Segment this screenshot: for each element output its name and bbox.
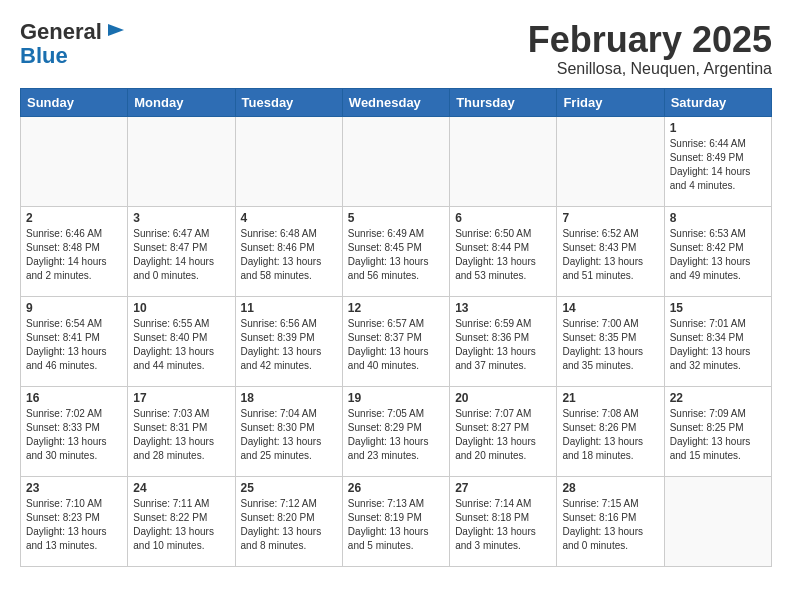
day-info: Sunrise: 7:13 AM Sunset: 8:19 PM Dayligh… <box>348 497 444 553</box>
day-number: 19 <box>348 391 444 405</box>
day-info: Sunrise: 6:48 AM Sunset: 8:46 PM Dayligh… <box>241 227 337 283</box>
day-info: Sunrise: 6:54 AM Sunset: 8:41 PM Dayligh… <box>26 317 122 373</box>
day-info: Sunrise: 6:44 AM Sunset: 8:49 PM Dayligh… <box>670 137 766 193</box>
calendar-week-1: 1Sunrise: 6:44 AM Sunset: 8:49 PM Daylig… <box>21 116 772 206</box>
day-number: 20 <box>455 391 551 405</box>
logo-general-text: General <box>20 20 102 44</box>
calendar-cell: 17Sunrise: 7:03 AM Sunset: 8:31 PM Dayli… <box>128 386 235 476</box>
day-number: 13 <box>455 301 551 315</box>
day-number: 1 <box>670 121 766 135</box>
calendar-cell: 21Sunrise: 7:08 AM Sunset: 8:26 PM Dayli… <box>557 386 664 476</box>
weekday-header-sunday: Sunday <box>21 88 128 116</box>
calendar-cell <box>21 116 128 206</box>
weekday-header-friday: Friday <box>557 88 664 116</box>
day-info: Sunrise: 7:03 AM Sunset: 8:31 PM Dayligh… <box>133 407 229 463</box>
day-info: Sunrise: 7:02 AM Sunset: 8:33 PM Dayligh… <box>26 407 122 463</box>
calendar-table: SundayMondayTuesdayWednesdayThursdayFrid… <box>20 88 772 567</box>
title-block: February 2025 Senillosa, Neuquen, Argent… <box>528 20 772 78</box>
day-number: 23 <box>26 481 122 495</box>
day-number: 25 <box>241 481 337 495</box>
weekday-header-wednesday: Wednesday <box>342 88 449 116</box>
day-number: 21 <box>562 391 658 405</box>
day-number: 7 <box>562 211 658 225</box>
day-number: 11 <box>241 301 337 315</box>
calendar-cell <box>128 116 235 206</box>
calendar-cell: 13Sunrise: 6:59 AM Sunset: 8:36 PM Dayli… <box>450 296 557 386</box>
calendar-cell: 16Sunrise: 7:02 AM Sunset: 8:33 PM Dayli… <box>21 386 128 476</box>
calendar-cell: 9Sunrise: 6:54 AM Sunset: 8:41 PM Daylig… <box>21 296 128 386</box>
calendar-cell: 20Sunrise: 7:07 AM Sunset: 8:27 PM Dayli… <box>450 386 557 476</box>
day-number: 16 <box>26 391 122 405</box>
calendar-cell <box>235 116 342 206</box>
day-info: Sunrise: 7:10 AM Sunset: 8:23 PM Dayligh… <box>26 497 122 553</box>
day-info: Sunrise: 6:59 AM Sunset: 8:36 PM Dayligh… <box>455 317 551 373</box>
day-number: 10 <box>133 301 229 315</box>
calendar-cell: 23Sunrise: 7:10 AM Sunset: 8:23 PM Dayli… <box>21 476 128 566</box>
calendar-cell: 14Sunrise: 7:00 AM Sunset: 8:35 PM Dayli… <box>557 296 664 386</box>
calendar-cell: 5Sunrise: 6:49 AM Sunset: 8:45 PM Daylig… <box>342 206 449 296</box>
calendar-cell: 25Sunrise: 7:12 AM Sunset: 8:20 PM Dayli… <box>235 476 342 566</box>
calendar-cell <box>557 116 664 206</box>
weekday-header-thursday: Thursday <box>450 88 557 116</box>
calendar-cell: 28Sunrise: 7:15 AM Sunset: 8:16 PM Dayli… <box>557 476 664 566</box>
calendar-cell: 10Sunrise: 6:55 AM Sunset: 8:40 PM Dayli… <box>128 296 235 386</box>
day-number: 27 <box>455 481 551 495</box>
calendar-cell: 3Sunrise: 6:47 AM Sunset: 8:47 PM Daylig… <box>128 206 235 296</box>
day-info: Sunrise: 6:52 AM Sunset: 8:43 PM Dayligh… <box>562 227 658 283</box>
day-info: Sunrise: 7:08 AM Sunset: 8:26 PM Dayligh… <box>562 407 658 463</box>
day-info: Sunrise: 7:00 AM Sunset: 8:35 PM Dayligh… <box>562 317 658 373</box>
page-header: General Blue February 2025 Senillosa, Ne… <box>20 20 772 78</box>
calendar-cell <box>450 116 557 206</box>
day-number: 12 <box>348 301 444 315</box>
calendar-cell <box>664 476 771 566</box>
logo-blue-text: Blue <box>20 44 128 68</box>
weekday-header-saturday: Saturday <box>664 88 771 116</box>
calendar-cell: 11Sunrise: 6:56 AM Sunset: 8:39 PM Dayli… <box>235 296 342 386</box>
calendar-cell: 12Sunrise: 6:57 AM Sunset: 8:37 PM Dayli… <box>342 296 449 386</box>
calendar-body: 1Sunrise: 6:44 AM Sunset: 8:49 PM Daylig… <box>21 116 772 566</box>
calendar-cell: 15Sunrise: 7:01 AM Sunset: 8:34 PM Dayli… <box>664 296 771 386</box>
calendar-cell <box>342 116 449 206</box>
day-info: Sunrise: 7:15 AM Sunset: 8:16 PM Dayligh… <box>562 497 658 553</box>
day-number: 22 <box>670 391 766 405</box>
calendar-cell: 1Sunrise: 6:44 AM Sunset: 8:49 PM Daylig… <box>664 116 771 206</box>
day-info: Sunrise: 6:46 AM Sunset: 8:48 PM Dayligh… <box>26 227 122 283</box>
day-info: Sunrise: 6:47 AM Sunset: 8:47 PM Dayligh… <box>133 227 229 283</box>
calendar-cell: 4Sunrise: 6:48 AM Sunset: 8:46 PM Daylig… <box>235 206 342 296</box>
day-info: Sunrise: 6:49 AM Sunset: 8:45 PM Dayligh… <box>348 227 444 283</box>
day-info: Sunrise: 6:56 AM Sunset: 8:39 PM Dayligh… <box>241 317 337 373</box>
calendar-week-2: 2Sunrise: 6:46 AM Sunset: 8:48 PM Daylig… <box>21 206 772 296</box>
weekday-header-tuesday: Tuesday <box>235 88 342 116</box>
day-number: 3 <box>133 211 229 225</box>
calendar-cell: 6Sunrise: 6:50 AM Sunset: 8:44 PM Daylig… <box>450 206 557 296</box>
day-number: 18 <box>241 391 337 405</box>
calendar-week-5: 23Sunrise: 7:10 AM Sunset: 8:23 PM Dayli… <box>21 476 772 566</box>
svg-marker-0 <box>108 24 124 36</box>
day-number: 28 <box>562 481 658 495</box>
day-number: 17 <box>133 391 229 405</box>
calendar-cell: 18Sunrise: 7:04 AM Sunset: 8:30 PM Dayli… <box>235 386 342 476</box>
day-info: Sunrise: 7:14 AM Sunset: 8:18 PM Dayligh… <box>455 497 551 553</box>
logo-flag-icon <box>104 20 128 44</box>
day-info: Sunrise: 7:05 AM Sunset: 8:29 PM Dayligh… <box>348 407 444 463</box>
day-info: Sunrise: 6:50 AM Sunset: 8:44 PM Dayligh… <box>455 227 551 283</box>
day-number: 26 <box>348 481 444 495</box>
day-info: Sunrise: 6:57 AM Sunset: 8:37 PM Dayligh… <box>348 317 444 373</box>
calendar-cell: 22Sunrise: 7:09 AM Sunset: 8:25 PM Dayli… <box>664 386 771 476</box>
calendar-cell: 19Sunrise: 7:05 AM Sunset: 8:29 PM Dayli… <box>342 386 449 476</box>
calendar-cell: 24Sunrise: 7:11 AM Sunset: 8:22 PM Dayli… <box>128 476 235 566</box>
location-title: Senillosa, Neuquen, Argentina <box>528 60 772 78</box>
calendar-header: SundayMondayTuesdayWednesdayThursdayFrid… <box>21 88 772 116</box>
month-title: February 2025 <box>528 20 772 60</box>
calendar-cell: 2Sunrise: 6:46 AM Sunset: 8:48 PM Daylig… <box>21 206 128 296</box>
day-info: Sunrise: 7:07 AM Sunset: 8:27 PM Dayligh… <box>455 407 551 463</box>
day-info: Sunrise: 7:04 AM Sunset: 8:30 PM Dayligh… <box>241 407 337 463</box>
logo: General Blue <box>20 20 128 68</box>
day-info: Sunrise: 7:11 AM Sunset: 8:22 PM Dayligh… <box>133 497 229 553</box>
day-number: 5 <box>348 211 444 225</box>
weekday-header-row: SundayMondayTuesdayWednesdayThursdayFrid… <box>21 88 772 116</box>
day-info: Sunrise: 7:09 AM Sunset: 8:25 PM Dayligh… <box>670 407 766 463</box>
weekday-header-monday: Monday <box>128 88 235 116</box>
day-number: 8 <box>670 211 766 225</box>
day-info: Sunrise: 6:53 AM Sunset: 8:42 PM Dayligh… <box>670 227 766 283</box>
